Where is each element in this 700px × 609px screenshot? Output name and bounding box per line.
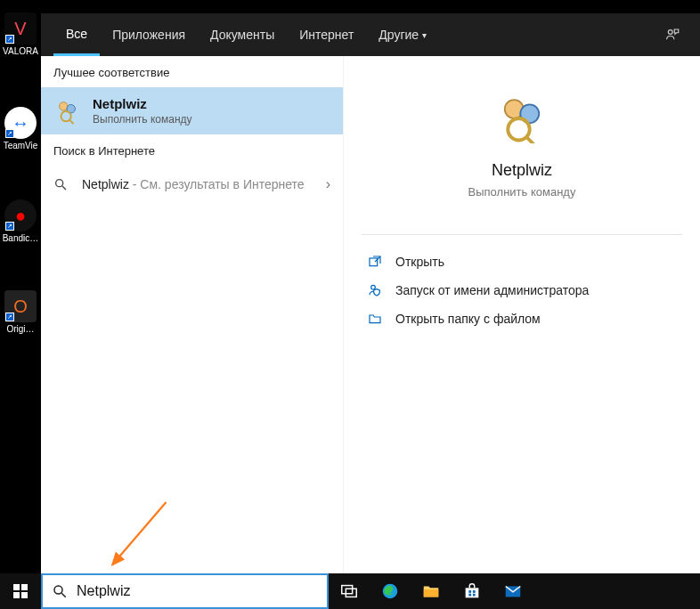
svg-rect-24 xyxy=(466,588,479,597)
action-label: Запуск от имени администратора xyxy=(395,283,589,297)
action-open[interactable]: Открыть xyxy=(362,248,682,276)
svg-rect-14 xyxy=(13,584,20,590)
windows-logo-icon xyxy=(13,584,28,598)
results-list: Лучшее соответствие Netplwiz Выполнить к… xyxy=(41,56,344,573)
tab-web[interactable]: Интернет xyxy=(287,13,366,56)
tab-documents[interactable]: Документы xyxy=(198,13,287,56)
search-icon xyxy=(52,583,68,599)
search-icon xyxy=(53,177,71,191)
search-scope-tabs: Все Приложения Документы Интернет Другие… xyxy=(41,13,700,56)
preview-subtitle: Выполнить команду xyxy=(362,185,682,199)
shortcut-arrow-icon: ↗ xyxy=(5,35,14,44)
desktop-icon-label: Origi… xyxy=(2,324,39,334)
search-body: Лучшее соответствие Netplwiz Выполнить к… xyxy=(41,56,700,573)
svg-rect-23 xyxy=(424,589,439,597)
result-netplwiz[interactable]: Netplwiz Выполнить команду xyxy=(41,87,343,134)
result-web-search[interactable]: Netplwiz - См. результаты в Интернете › xyxy=(41,166,343,203)
taskbar-search-box[interactable] xyxy=(41,573,329,609)
desktop-icon-valorant[interactable]: V ↗ VALORA xyxy=(2,12,39,56)
file-explorer-icon xyxy=(421,581,441,601)
taskbar-mail[interactable] xyxy=(492,573,533,609)
preview-icon xyxy=(495,92,549,145)
svg-rect-20 xyxy=(342,586,353,594)
task-view-button[interactable] xyxy=(329,573,370,609)
svg-rect-27 xyxy=(468,594,471,597)
web-search-header: Поиск в Интернете xyxy=(41,134,343,166)
svg-point-18 xyxy=(54,586,62,594)
desktop-icon-origin[interactable]: O ↗ Origi… xyxy=(2,290,39,334)
svg-point-1 xyxy=(60,102,68,110)
svg-rect-25 xyxy=(468,590,471,593)
result-title: Netplwiz xyxy=(93,96,192,111)
desktop-icon-label: Bandic… xyxy=(2,233,39,243)
preview-title: Netplwiz xyxy=(362,161,682,180)
taskbar-pinned-apps xyxy=(329,573,533,609)
action-open-file-location[interactable]: Открыть папку с файлом xyxy=(362,304,682,333)
taskbar-explorer[interactable] xyxy=(411,573,452,609)
svg-point-12 xyxy=(371,285,376,289)
best-match-header: Лучшее соответствие xyxy=(41,56,343,87)
shortcut-arrow-icon: ↗ xyxy=(5,222,14,231)
chevron-right-icon: › xyxy=(326,176,330,192)
search-input[interactable] xyxy=(77,583,318,599)
tab-more-label: Другие xyxy=(378,28,419,42)
action-run-as-admin[interactable]: Запуск от имени администратора xyxy=(362,276,682,304)
feedback-button[interactable] xyxy=(657,27,688,43)
svg-line-6 xyxy=(62,186,66,190)
open-icon xyxy=(367,255,383,269)
folder-icon xyxy=(367,312,383,326)
edge-icon xyxy=(380,581,400,601)
svg-line-4 xyxy=(69,119,74,124)
start-search-panel: Все Приложения Документы Интернет Другие… xyxy=(41,13,700,573)
svg-rect-16 xyxy=(13,592,20,598)
action-label: Открыть xyxy=(395,255,444,269)
taskbar xyxy=(0,573,700,609)
users-run-icon xyxy=(53,97,82,126)
svg-point-5 xyxy=(56,180,63,187)
svg-line-19 xyxy=(61,593,66,597)
svg-rect-26 xyxy=(473,590,476,593)
task-view-icon xyxy=(339,581,359,601)
preview-pane: Netplwiz Выполнить команду Открыть Запус… xyxy=(344,56,700,573)
svg-rect-21 xyxy=(346,589,356,597)
shortcut-arrow-icon: ↗ xyxy=(5,129,14,138)
desktop-icon-label: TeamVie xyxy=(2,141,39,150)
result-subtitle: Выполнить команду xyxy=(93,113,192,126)
svg-rect-17 xyxy=(21,592,28,598)
desktop-icon-label: VALORA xyxy=(2,46,39,56)
action-label: Открыть папку с файлом xyxy=(395,312,541,326)
desktop-icon-bandicam[interactable]: ● ↗ Bandic… xyxy=(2,199,39,243)
web-result-text: Netplwiz - См. результаты в Интернете xyxy=(82,177,315,191)
svg-line-10 xyxy=(526,137,536,143)
svg-rect-28 xyxy=(473,594,476,597)
separator xyxy=(362,234,682,235)
tab-all[interactable]: Все xyxy=(53,13,100,56)
tab-more[interactable]: Другие ▾ xyxy=(366,13,439,56)
admin-shield-icon xyxy=(367,283,383,297)
taskbar-store[interactable] xyxy=(452,573,492,609)
taskbar-edge[interactable] xyxy=(370,573,411,609)
start-button[interactable] xyxy=(0,573,41,609)
desktop-icon-teamviewer[interactable]: ↔ ↗ TeamVie xyxy=(2,107,39,150)
chevron-down-icon: ▾ xyxy=(422,30,427,40)
svg-point-0 xyxy=(668,30,672,35)
tab-apps[interactable]: Приложения xyxy=(100,13,198,56)
microsoft-store-icon xyxy=(462,581,482,601)
mail-icon xyxy=(503,581,523,601)
svg-rect-15 xyxy=(21,584,28,590)
svg-rect-11 xyxy=(370,258,378,266)
person-feedback-icon xyxy=(664,27,680,43)
svg-point-9 xyxy=(508,118,530,141)
shortcut-arrow-icon: ↗ xyxy=(5,313,14,321)
